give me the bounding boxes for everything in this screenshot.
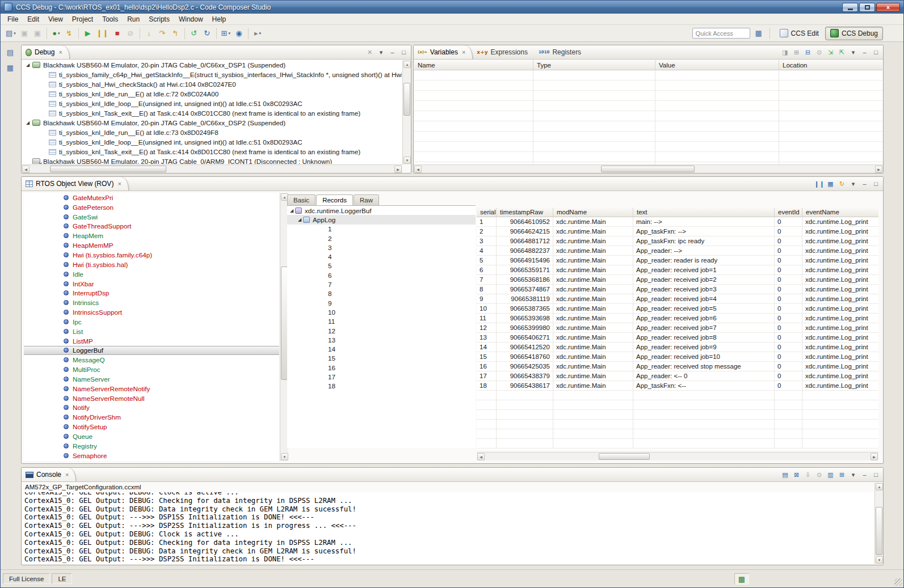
records-row[interactable]: 1490665412520xdc.runtime.MainApp_reader:… (477, 342, 878, 352)
records-row[interactable]: 1090665387365xdc.runtime.MainApp_reader:… (477, 304, 878, 314)
log-entry-16[interactable]: 16 (287, 363, 476, 372)
records-row[interactable]: 690665359171xdc.runtime.MainApp_reader: … (477, 265, 878, 275)
menu-run[interactable]: Run (123, 14, 144, 24)
scroll-down-icon[interactable]: ▼ (876, 556, 883, 564)
run-menu-icon[interactable]: ▸▾ (251, 27, 264, 40)
records-row[interactable]: 1690665425035xdc.runtime.MainApp_reader:… (477, 362, 878, 371)
scrollbar-thumb[interactable] (403, 83, 410, 116)
step-into-icon[interactable]: ↓ (143, 27, 155, 40)
scroll-up-icon[interactable]: ▲ (403, 61, 411, 68)
log-entry-3[interactable]: 3 (287, 243, 476, 252)
minimize-view-icon[interactable]: – (859, 47, 870, 58)
tree-expander-icon[interactable]: ◢ (24, 120, 31, 125)
rov-module-nameserverremotenull[interactable]: NameServerRemoteNull (24, 394, 279, 403)
log-entry-15[interactable]: 15 (287, 354, 476, 363)
maximize-view-icon[interactable]: □ (871, 179, 881, 189)
variables-horizontal-scrollbar[interactable]: ◀ ▶ (414, 164, 883, 173)
rov-module-notify[interactable]: Notify (24, 403, 279, 413)
minimized-view-icon-1[interactable]: ▤ (4, 46, 16, 58)
log-entry-13[interactable]: 13 (287, 335, 476, 344)
tab-rov[interactable]: RTOS Object View (ROV) × (22, 177, 129, 191)
scroll-right-icon[interactable]: ▶ (875, 166, 882, 173)
log-entry-14[interactable]: 14 (287, 344, 476, 353)
rov-module-intrinsics[interactable]: Intrinsics (24, 298, 279, 307)
pin-console-icon[interactable]: ⊙ (814, 469, 825, 480)
scroll-right-icon[interactable]: ▶ (394, 166, 402, 173)
debug-icon[interactable]: ●▾ (50, 27, 62, 40)
menu-file[interactable]: File (3, 14, 23, 24)
tree-expander-icon[interactable]: ◢ (288, 208, 295, 213)
open-perspective-icon[interactable]: ▦ (752, 27, 765, 40)
column-header-eventid[interactable]: eventId (775, 208, 802, 217)
rov-module-hwi-ti-sysbios-hal[interactable]: Hwi (ti.sysbios.hal) (24, 260, 279, 269)
column-header-text[interactable]: text (633, 208, 775, 217)
console-output[interactable]: CortexA15_0: GEL Output: DEBUG: Clock is… (23, 492, 874, 564)
column-header-serial[interactable]: serial (477, 208, 497, 217)
pin-view-icon[interactable]: ⊙ (814, 47, 825, 58)
log-entry-1[interactable]: 1 (287, 225, 476, 234)
column-header-value[interactable]: Value (655, 60, 779, 70)
scroll-left-icon[interactable]: ◀ (477, 453, 485, 460)
log-entry-6[interactable]: 6 (287, 270, 476, 280)
maximize-view-icon[interactable]: □ (871, 47, 881, 58)
log-entry-7[interactable]: 7 (287, 280, 476, 289)
rov-module-heapmem[interactable]: HeapMem (24, 231, 279, 240)
menu-view[interactable]: View (44, 14, 68, 24)
rov-module-ipc[interactable]: Ipc (24, 317, 279, 327)
column-header-modname[interactable]: modName (553, 208, 633, 217)
rov-module-multiproc[interactable]: MultiProc (24, 365, 279, 374)
minimize-button[interactable] (842, 3, 858, 12)
rov-module-nameserverremotenotify[interactable]: NameServerRemoteNotify (24, 384, 279, 394)
tab-registers[interactable]: 1010Registers (535, 45, 588, 59)
tab-basic[interactable]: Basic (287, 194, 316, 205)
rov-module-registry[interactable]: Registry (24, 441, 279, 451)
menu-project[interactable]: Project (68, 14, 98, 24)
rov-module-semaphore[interactable]: Semaphore (24, 451, 279, 460)
collapse-all-icon[interactable]: ⊟ (802, 47, 813, 58)
records-row[interactable]: 1190665393698xdc.runtime.MainApp_reader:… (477, 314, 878, 323)
stack-frame-row[interactable]: ti_sysbios_family_c64p_Hwi_getStackInfo_… (22, 70, 402, 79)
view-menu-icon[interactable]: ▾ (848, 179, 859, 189)
stack-frame-row[interactable]: ti_sysbios_knl_Idle_loop__E(unsigned int… (22, 137, 402, 147)
rov-module-queue[interactable]: Queue (24, 432, 279, 441)
rov-module-idle[interactable]: Idle (24, 269, 279, 279)
show-type-names-icon[interactable]: ◨ (780, 47, 791, 58)
rov-module-loggerbuf[interactable]: LoggerBuf (24, 346, 279, 356)
close-console-tab-icon[interactable]: × (65, 471, 69, 478)
menu-window[interactable]: Window (174, 14, 208, 24)
open-console-icon[interactable]: ⊞ (836, 469, 847, 480)
save-icon[interactable]: ▣ (18, 27, 31, 40)
close-debug-tab-icon[interactable]: × (58, 49, 62, 56)
tree-row-applog[interactable]: ◢ AppLog (287, 215, 476, 224)
records-row[interactable]: 1390665406271xdc.runtime.MainApp_reader:… (477, 333, 878, 342)
debug-target-row[interactable]: ◢Blackhawk USB560-M Emulator, 20-pin JTA… (22, 60, 402, 70)
flash-icon[interactable]: ↯ (63, 27, 75, 40)
scroll-right-icon[interactable]: ▶ (871, 453, 878, 460)
tab-debug[interactable]: Debug × (22, 45, 70, 59)
search-icon[interactable]: ◉ (233, 27, 245, 40)
rov-module-messageq[interactable]: MessageQ (24, 355, 279, 365)
refresh-icon[interactable]: ↻ (836, 179, 847, 189)
stack-frame-row[interactable]: ti_sysbios_hal_Hwi_checkStack() at Hwi.c… (22, 79, 402, 89)
titlebar[interactable]: CCS Debug - C:\work\RTOS_ex01_hello\dsp2… (1, 1, 903, 14)
disconnect-icon[interactable]: ⊘ (124, 27, 137, 40)
minimize-view-icon[interactable]: – (859, 179, 870, 189)
rov-module-listmp[interactable]: ListMP (24, 336, 279, 346)
scroll-left-icon[interactable]: ◀ (414, 166, 422, 173)
rov-module-gatemutexpri[interactable]: GateMutexPri (24, 193, 279, 202)
menu-tools[interactable]: Tools (98, 14, 123, 24)
scrollbar-thumb[interactable] (601, 166, 695, 172)
stack-frame-row[interactable]: ti_sysbios_knl_Task_exit__E() at Task.c:… (22, 147, 402, 156)
rov-module-nameserver[interactable]: NameServer (24, 374, 279, 384)
new-icon[interactable]: ▤▾ (4, 27, 18, 40)
log-entry-4[interactable]: 4 (287, 252, 476, 261)
rov-module-intxbar[interactable]: IntXbar (24, 279, 279, 289)
menu-edit[interactable]: Edit (23, 14, 44, 24)
stack-frame-row[interactable]: ti_sysbios_knl_Idle_run__E() at Idle.c:7… (22, 89, 402, 99)
new-target-config-icon[interactable]: ⊞▾ (220, 27, 232, 40)
rov-module-hwi-ti-sysbios-family-c64p[interactable]: Hwi (ti.sysbios.family.c64p) (24, 250, 279, 260)
tab-console[interactable]: Console × (22, 468, 76, 481)
terminate-icon[interactable]: ■ (111, 27, 124, 40)
records-row[interactable]: 1890665438617xdc.runtime.MainApp_taskFxn… (477, 381, 878, 391)
rov-module-gatepeterson[interactable]: GatePeterson (24, 202, 279, 212)
